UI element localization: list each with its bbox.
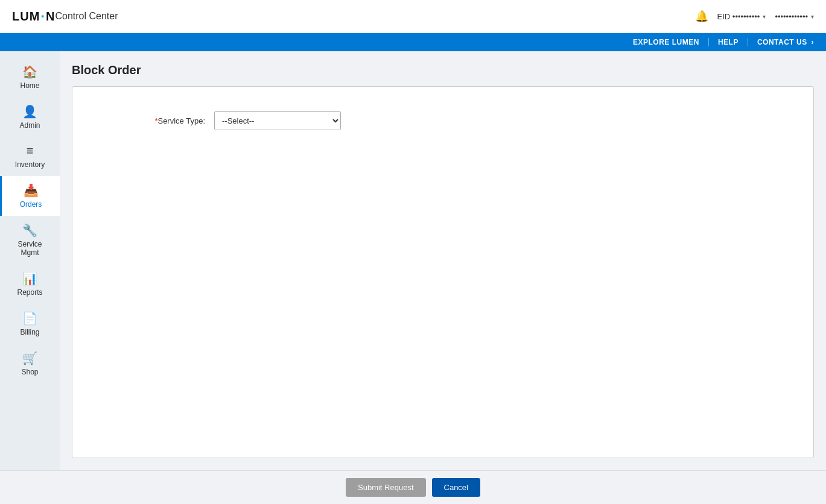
help-link[interactable]: HELP (709, 38, 748, 46)
sidebar-label-reports: Reports (17, 288, 42, 297)
sidebar-item-orders[interactable]: 📥 Orders (0, 176, 60, 216)
service-type-select[interactable]: --Select-- (214, 111, 341, 130)
reports-icon: 📊 (22, 271, 37, 286)
sidebar-item-billing[interactable]: 📄 Billing (0, 304, 60, 344)
sidebar-label-inventory: Inventory (15, 160, 45, 169)
notification-bell-icon[interactable]: 🔔 (695, 10, 708, 23)
explore-lumen-link[interactable]: EXPLORE LUMEN (624, 38, 709, 46)
eid-user-menu[interactable]: EID •••••••••• ▾ (717, 12, 766, 21)
admin-icon: 👤 (22, 104, 37, 119)
shop-icon: 🛒 (22, 351, 37, 365)
submit-request-button[interactable]: Submit Request (346, 478, 426, 497)
sidebar-item-inventory[interactable]: ≡ Inventory (0, 137, 60, 176)
sidebar-item-service-mgmt[interactable]: 🔧 Service Mgmt (0, 216, 60, 264)
top-header: LUM·N Control Center 🔔 EID •••••••••• ▾ … (0, 0, 826, 33)
eid-chevron-icon: ▾ (763, 13, 766, 20)
content-area: Block Order *Service Type: --Select-- (60, 51, 826, 470)
cancel-button[interactable]: Cancel (432, 478, 480, 497)
sidebar: 🏠 Home 👤 Admin ≡ Inventory 📥 Orders 🔧 Se… (0, 51, 60, 470)
sidebar-label-service-mgmt: Service Mgmt (17, 240, 42, 257)
sidebar-label-admin: Admin (19, 121, 40, 130)
blue-nav-bar: EXPLORE LUMEN HELP CONTACT US › (0, 33, 826, 51)
sidebar-label-billing: Billing (20, 328, 39, 336)
billing-icon: 📄 (22, 311, 37, 326)
sidebar-item-reports[interactable]: 📊 Reports (0, 264, 60, 304)
sidebar-label-orders: Orders (20, 200, 42, 209)
page-title: Block Order (72, 63, 814, 77)
bottom-bar: Submit Request Cancel (0, 470, 826, 504)
user-label: •••••••••••• (775, 12, 808, 21)
sidebar-label-home: Home (20, 81, 39, 90)
header-right: 🔔 EID •••••••••• ▾ •••••••••••• ▾ (695, 10, 814, 23)
user-account-menu[interactable]: •••••••••••• ▾ (775, 12, 814, 21)
lumen-logo: LUM·N (12, 10, 55, 24)
service-type-label: *Service Type: (84, 116, 205, 125)
main-layout: 🏠 Home 👤 Admin ≡ Inventory 📥 Orders 🔧 Se… (0, 51, 826, 470)
sidebar-label-shop: Shop (21, 368, 38, 376)
service-type-row: *Service Type: --Select-- (84, 111, 801, 130)
orders-icon: 📥 (24, 183, 39, 198)
home-icon: 🏠 (22, 65, 37, 79)
user-chevron-icon: ▾ (811, 13, 814, 20)
sidebar-item-shop[interactable]: 🛒 Shop (0, 344, 60, 383)
inventory-icon: ≡ (27, 144, 34, 158)
sidebar-item-admin[interactable]: 👤 Admin (0, 97, 60, 137)
required-star: * (154, 116, 157, 125)
header-title: Control Center (55, 11, 118, 22)
contact-us-link[interactable]: CONTACT US › (748, 38, 814, 46)
eid-label: EID •••••••••• (717, 12, 760, 21)
service-mgmt-icon: 🔧 (22, 223, 37, 238)
sidebar-item-home[interactable]: 🏠 Home (0, 57, 60, 97)
form-card: *Service Type: --Select-- (72, 86, 814, 458)
